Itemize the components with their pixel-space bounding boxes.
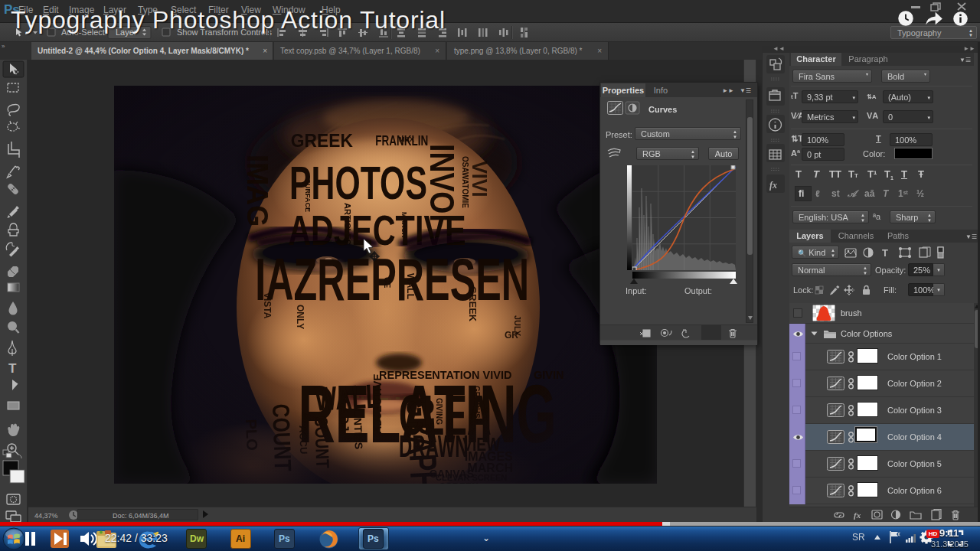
- svg-text:T: T: [8, 361, 17, 376]
- svg-text:fx: fx: [854, 510, 861, 520]
- svg-text:fx: fx: [769, 180, 777, 191]
- svg-text:T: T: [882, 247, 888, 259]
